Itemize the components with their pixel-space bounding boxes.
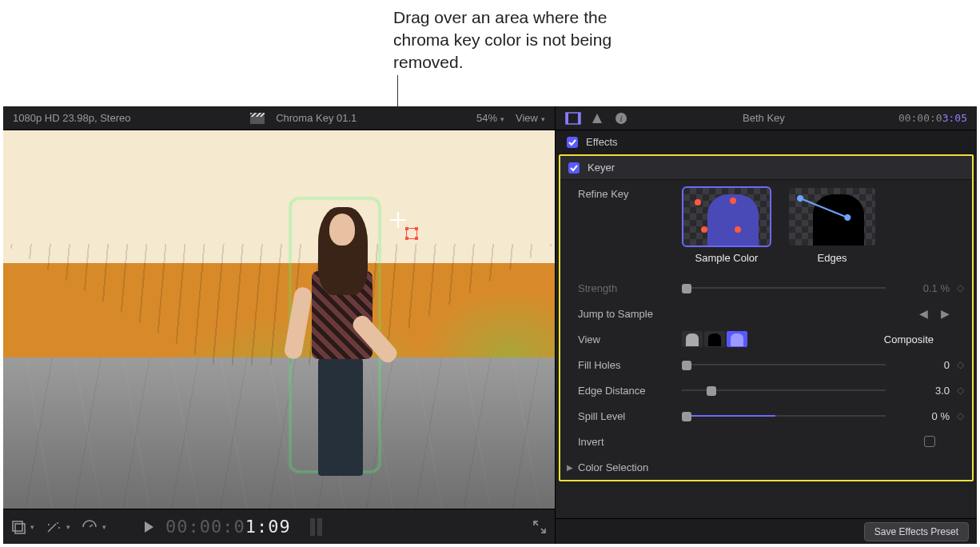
effects-label: Effects <box>586 136 618 148</box>
inspector-body: Effects Keyer Refine Key <box>556 130 977 518</box>
scene-floor <box>3 357 555 509</box>
keyer-effect-block: Keyer Refine Key Sampl <box>559 154 974 481</box>
spill-level-value[interactable]: 0 % <box>892 410 950 422</box>
effects-section-header[interactable]: Effects <box>556 130 977 154</box>
edge-distance-row: Edge Distance 3.0 ◇ <box>560 377 972 403</box>
viewer-footer: ▾ ▾ ▾ 00:00:01:09 <box>3 509 555 544</box>
inspector-clip-title: Beth Key <box>637 112 890 124</box>
keyer-header-row[interactable]: Keyer <box>560 156 972 180</box>
edges-caption: Edges <box>818 252 847 264</box>
jump-to-sample-label: Jump to Sample <box>578 308 682 320</box>
jump-prev-button[interactable]: ◀ <box>916 308 931 319</box>
strength-label: Strength <box>578 282 682 294</box>
edge-distance-label: Edge Distance <box>578 385 682 397</box>
invert-row: Invert <box>560 429 972 454</box>
view-seg-original[interactable] <box>682 331 703 347</box>
edge-distance-value[interactable]: 3.0 <box>892 385 950 397</box>
viewer-canvas[interactable] <box>3 130 555 509</box>
svg-rect-6 <box>566 113 568 124</box>
fill-holes-label: Fill Holes <box>578 359 682 371</box>
inspector-pane: i Beth Key 00:00:03:05 Effects <box>556 106 977 544</box>
svg-point-4 <box>58 527 60 529</box>
view-value: Composite <box>884 333 934 345</box>
spill-level-label: Spill Level <box>578 410 682 422</box>
sample-rect-icon <box>406 228 417 239</box>
viewer-view-dropdown[interactable]: View▾ <box>516 112 545 124</box>
strength-slider[interactable] <box>682 282 886 293</box>
clapperboard-icon[interactable] <box>250 113 265 124</box>
callout-text: Drag over an area where the chroma key c… <box>393 6 633 74</box>
info-inspector-tab[interactable]: i <box>613 111 629 126</box>
svg-rect-7 <box>578 113 580 124</box>
audio-skimming-indicator <box>310 518 322 536</box>
sample-color-caption: Sample Color <box>695 252 759 264</box>
view-row: View Composite <box>560 326 972 352</box>
jump-next-button[interactable]: ▶ <box>938 308 953 319</box>
jump-to-sample-row: Jump to Sample ◀ ▶ <box>560 301 972 326</box>
strength-value[interactable]: 0.1 % <box>892 282 950 294</box>
spill-level-slider[interactable] <box>682 410 886 421</box>
viewer-canvas-wrap[interactable] <box>3 130 555 509</box>
keyer-label: Keyer <box>588 162 615 174</box>
fill-holes-row: Fill Holes 0 ◇ <box>560 352 972 377</box>
inspector-header: i Beth Key 00:00:03:05 <box>556 106 977 130</box>
crop-tool-dropdown[interactable]: ▾ <box>11 520 34 534</box>
inspector-footer: Save Effects Preset <box>556 518 977 544</box>
invert-label: Invert <box>578 436 682 448</box>
color-inspector-tab[interactable] <box>589 111 605 126</box>
viewer-header: 1080p HD 23.98p, Stereo Chroma Key 01.1 … <box>3 106 555 130</box>
inspector-timecode: 00:00:03:05 <box>898 112 967 124</box>
keyer-enable-checkbox[interactable] <box>568 162 580 174</box>
fill-holes-value[interactable]: 0 <box>892 359 950 371</box>
svg-point-2 <box>57 522 58 524</box>
svg-point-3 <box>48 524 50 525</box>
viewer-clip-name: Chroma Key 01.1 <box>276 112 357 124</box>
viewer-zoom-dropdown[interactable]: 54%▾ <box>476 112 504 124</box>
view-seg-matte[interactable] <box>704 331 725 347</box>
playhead-timecode[interactable]: 00:00:01:09 <box>165 517 291 537</box>
play-button[interactable] <box>143 521 154 533</box>
video-inspector-tab[interactable] <box>565 111 581 126</box>
strength-row: Strength 0.1 % ◇ <box>560 275 972 301</box>
fullscreen-button[interactable] <box>532 520 547 534</box>
view-seg-composite[interactable] <box>727 331 747 347</box>
svg-rect-1 <box>15 524 25 533</box>
keyframe-icon[interactable]: ◇ <box>956 410 964 421</box>
disclosure-triangle-icon[interactable]: ▶ <box>567 463 573 472</box>
edges-tool[interactable]: Edges <box>789 188 875 264</box>
viewer-format: 1080p HD 23.98p, Stereo <box>13 112 130 124</box>
enhance-tool-dropdown[interactable]: ▾ <box>46 520 70 534</box>
view-segmented-control[interactable] <box>682 331 747 347</box>
effects-enable-checkbox[interactable] <box>567 137 578 148</box>
keyframe-icon[interactable]: ◇ <box>956 385 964 396</box>
crosshair-icon <box>390 212 406 228</box>
color-selection-row[interactable]: ▶ Color Selection <box>560 454 972 480</box>
keyframe-icon[interactable]: ◇ <box>956 282 964 293</box>
retime-tool-dropdown[interactable]: ▾ <box>82 520 106 534</box>
sample-color-tool[interactable]: Sample Color <box>683 188 770 264</box>
app-window: 1080p HD 23.98p, Stereo Chroma Key 01.1 … <box>3 106 977 544</box>
scene-subject <box>291 199 379 471</box>
color-selection-label: Color Selection <box>578 461 648 473</box>
edge-distance-slider[interactable] <box>682 385 886 396</box>
refine-key-label: Refine Key <box>578 188 682 200</box>
spill-level-row: Spill Level 0 % ◇ <box>560 403 972 429</box>
svg-rect-0 <box>13 521 22 531</box>
viewer-pane: 1080p HD 23.98p, Stereo Chroma Key 01.1 … <box>3 106 556 544</box>
save-effects-preset-button[interactable]: Save Effects Preset <box>864 522 969 541</box>
keyframe-icon[interactable]: ◇ <box>956 359 964 370</box>
invert-checkbox[interactable] <box>924 436 935 447</box>
view-label: View <box>578 333 682 345</box>
fill-holes-slider[interactable] <box>682 359 886 370</box>
svg-text:i: i <box>619 114 622 123</box>
